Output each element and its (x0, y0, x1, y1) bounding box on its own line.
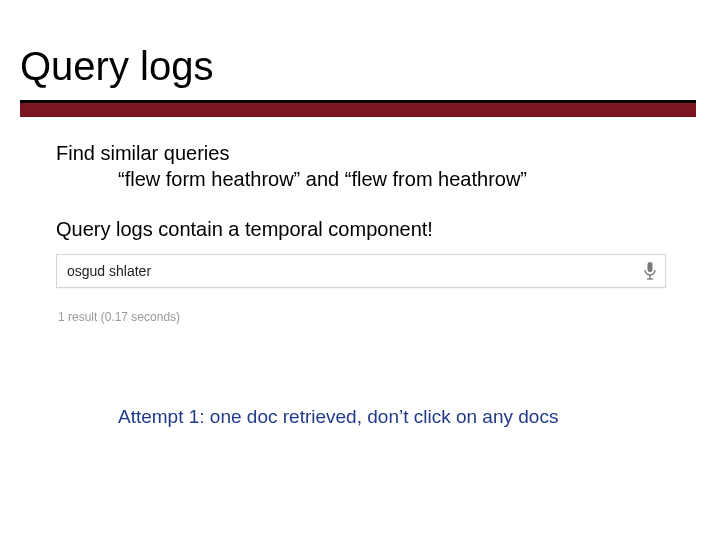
attempt-caption: Attempt 1: one doc retrieved, don’t clic… (118, 406, 558, 428)
mic-icon[interactable] (635, 261, 665, 281)
body-line-example: “flew form heathrow” and “flew from heat… (56, 166, 666, 192)
result-count: 1 result (0.17 seconds) (56, 310, 666, 324)
search-box[interactable]: osgud shlater (56, 254, 666, 288)
rule-accent (20, 103, 696, 117)
search-screenshot: osgud shlater 1 result (0.17 seconds) (56, 254, 666, 324)
search-input[interactable]: osgud shlater (57, 263, 635, 279)
slide-title: Query logs (20, 44, 213, 89)
slide: Query logs Find similar queries “flew fo… (0, 0, 720, 540)
svg-rect-0 (648, 262, 653, 272)
body-line-temporal: Query logs contain a temporal component! (56, 216, 666, 242)
body-text: Find similar queries “flew form heathrow… (56, 140, 666, 242)
body-line-find: Find similar queries (56, 140, 666, 166)
